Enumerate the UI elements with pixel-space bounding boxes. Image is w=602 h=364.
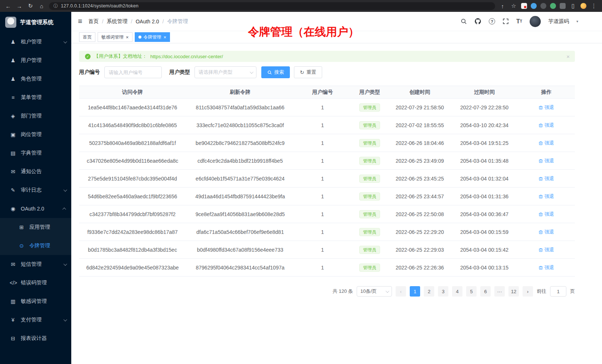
browser-profile-avatar[interactable] — [580, 3, 586, 9]
alert-close-icon[interactable]: × — [566, 53, 570, 60]
sidebar-item-role[interactable]: ♟角色管理 — [0, 70, 71, 88]
filter-form: 用户编号 用户类型 请选择用户类型 搜索 ↻ 重置 — [79, 66, 575, 78]
sidebar-item-error-code[interactable]: </>错误码管理 — [0, 274, 71, 292]
sidebar-item-user[interactable]: ♟用户管理 — [0, 51, 71, 70]
page-button-2[interactable]: 2 — [424, 286, 434, 297]
breadcrumb-separator: / — [163, 19, 164, 24]
app-logo[interactable]: 芋道管理系统 — [0, 12, 71, 33]
table-body: 1ea5e44f8bc1467aaede43144f31de76811c5304… — [79, 99, 575, 277]
share-icon[interactable]: ↑ — [499, 3, 506, 9]
force-logout-button[interactable]: 强退 — [539, 104, 554, 111]
sidebar-item-app-manage[interactable]: ⊞应用管理 — [0, 218, 71, 236]
page-button-3[interactable]: 3 — [438, 286, 448, 297]
user-id-label: 用户编号 — [79, 69, 100, 76]
browser-menu-icon[interactable]: ⋮ — [590, 3, 598, 9]
breadcrumb-item[interactable]: 系统管理 — [107, 18, 128, 25]
force-logout-button[interactable]: 强退 — [539, 211, 554, 218]
operation-cell: 强退 — [518, 116, 575, 134]
sidebar-item-payment[interactable]: ¥支付管理 — [0, 311, 71, 329]
force-logout-button[interactable]: 强退 — [539, 122, 554, 129]
extension-icon-green[interactable] — [550, 3, 556, 9]
sidebar-item-label: 岗位管理 — [21, 131, 42, 138]
font-size-icon[interactable]: TT — [516, 18, 522, 25]
sidebar-item-department[interactable]: ◈部门管理 — [0, 107, 71, 125]
force-logout-label: 强退 — [544, 140, 554, 146]
bookmark-star-icon[interactable]: ☆ — [510, 3, 517, 9]
page-button-6[interactable]: 6 — [480, 286, 491, 297]
breadcrumb-item[interactable]: 首页 — [88, 18, 99, 25]
force-logout-button[interactable]: 强退 — [539, 158, 554, 164]
report-designer-icon: ⊟ — [10, 335, 16, 341]
tab-close-icon[interactable]: × — [164, 35, 167, 40]
user-type-select[interactable]: 请选择用户类型 — [194, 66, 256, 78]
prev-page-button[interactable]: ‹ — [396, 286, 406, 297]
sidebar-item-label: 菜单管理 — [21, 94, 42, 101]
page-button-5[interactable]: 5 — [466, 286, 477, 297]
url-text: 127.0.0.1:1024/system/oauth2/token — [61, 3, 138, 9]
access-token-cell: 275e5de9151045fe87cbdc395e004f4d — [79, 170, 186, 188]
site-info-icon[interactable]: ⓘ — [53, 3, 58, 9]
sidebar-item-sensitive-word[interactable]: ▥敏感词管理 — [0, 292, 71, 311]
force-logout-button[interactable]: 强退 — [539, 246, 554, 253]
breadcrumb-item[interactable]: OAuth 2.0 — [135, 19, 159, 24]
tab-首页[interactable]: 首页 — [79, 32, 95, 42]
help-icon[interactable]: ? — [489, 18, 495, 24]
refresh-token-cell: 8796295f04064c2983414cc54af1097a — [186, 259, 294, 277]
user-type-cell: 管理员 — [351, 259, 389, 277]
force-logout-button[interactable]: 强退 — [539, 229, 554, 235]
user-id-input[interactable] — [104, 66, 162, 78]
sidebar-item-oauth[interactable]: ◉OAuth 2.0 — [0, 199, 71, 218]
search-icon[interactable] — [461, 18, 467, 24]
sidebar-item-sms[interactable]: ✉短信管理 — [0, 255, 71, 274]
user-avatar[interactable] — [530, 16, 541, 27]
force-logout-icon — [539, 265, 543, 270]
extensions-puzzle-icon[interactable] — [560, 3, 566, 9]
back-icon[interactable]: ← — [4, 3, 12, 9]
tab-令牌管理[interactable]: 令牌管理× — [135, 32, 170, 42]
address-bar[interactable]: ⓘ 127.0.0.1:1024/system/oauth2/token — [49, 2, 495, 10]
force-logout-button[interactable]: 强退 — [539, 140, 554, 146]
tab-close-icon[interactable]: × — [126, 35, 129, 40]
tab-敏感词管理[interactable]: 敏感词管理× — [98, 32, 132, 42]
pagination-ellipsis[interactable]: ··· — [494, 286, 505, 297]
extension-icon-dark[interactable] — [540, 3, 546, 9]
forward-icon[interactable]: → — [16, 3, 23, 9]
github-icon[interactable] — [474, 18, 481, 25]
goto-page-input[interactable] — [550, 286, 566, 297]
force-logout-button[interactable]: 强退 — [539, 193, 554, 200]
user-menu-caret-icon[interactable]: ▾ — [576, 19, 578, 23]
user-name[interactable]: 芋道源码 — [548, 18, 569, 25]
sidebar-item-dictionary[interactable]: ▤字典管理 — [0, 144, 71, 162]
fullscreen-icon[interactable] — [503, 18, 509, 24]
sidebar-item-label: 租户管理 — [21, 39, 42, 45]
force-logout-button[interactable]: 强退 — [539, 175, 554, 182]
search-button[interactable]: 搜索 — [261, 66, 290, 78]
home-icon[interactable]: ⌂ — [38, 3, 45, 9]
sidebar-item-tenant[interactable]: ♟租户管理 — [0, 33, 71, 51]
page-button-4[interactable]: 4 — [452, 286, 462, 297]
sidebar-item-post[interactable]: ▣岗位管理 — [0, 125, 71, 144]
sidebar-item-report-designer[interactable]: ⊟报表设计器 — [0, 329, 71, 348]
reload-icon[interactable]: ↻ — [27, 3, 34, 9]
sidebar-item-notice[interactable]: ✉通知公告 — [0, 162, 71, 181]
oauth-icon: ◉ — [10, 206, 16, 212]
alert-doc-link[interactable]: https://doc.iocoder.cn/user-center/ — [150, 54, 223, 59]
extension-icon-red[interactable] — [521, 3, 527, 9]
sidebar-item-label: 部门管理 — [21, 113, 42, 119]
sidebar-item-audit-log[interactable]: ✎审计日志 — [0, 181, 71, 199]
sidebar-toggle-icon[interactable]: ≡ — [78, 17, 82, 26]
extension-icon-blue[interactable] — [531, 3, 537, 9]
page-button-1[interactable]: 1 — [410, 286, 420, 297]
refresh-token-cell: 811c530487574fa0af1a59d3abc1aa66 — [186, 99, 294, 116]
access-token-cell: 6d842e2924594de9a09e45e087323abe — [79, 259, 186, 277]
force-logout-button[interactable]: 强退 — [539, 264, 554, 271]
page-button-12[interactable]: 12 — [508, 286, 519, 297]
side-panel-icon[interactable]: ▯ — [569, 3, 577, 9]
force-logout-label: 强退 — [544, 104, 554, 111]
sidebar-item-menu-list[interactable]: ≡菜单管理 — [0, 88, 71, 107]
column-header: 用户编号 — [294, 86, 351, 99]
sidebar-item-token-manage[interactable]: ⊙令牌管理 — [0, 236, 71, 255]
reset-button[interactable]: ↻ 重置 — [294, 66, 322, 78]
page-size-select[interactable]: 10条/页 — [357, 286, 392, 297]
next-page-button[interactable]: › — [523, 286, 533, 297]
